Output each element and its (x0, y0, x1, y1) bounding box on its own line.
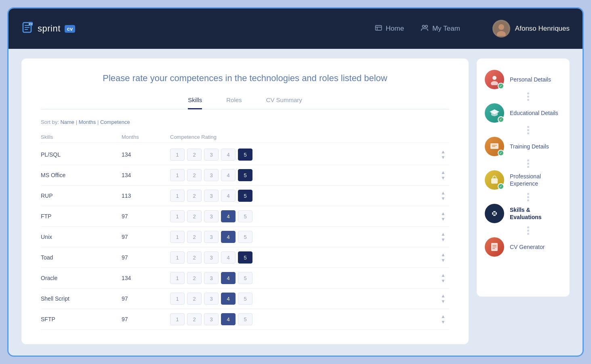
rating-btn-1[interactable]: 1 (170, 313, 185, 325)
months-val: 134 (122, 172, 170, 178)
sort-arrows[interactable]: ▲▼ (437, 252, 449, 263)
sort-arrows[interactable]: ▲▼ (437, 169, 449, 181)
rating-btn-2[interactable]: 2 (187, 272, 202, 284)
table-row: Toad 97 1 2 3 4 5 ▲▼ (41, 247, 449, 268)
training-label: Training Details (510, 143, 549, 150)
sort-arrows[interactable]: ▲▼ (437, 149, 449, 160)
rating-btn-3[interactable]: 3 (204, 293, 219, 305)
skill-name: PL/SQL (41, 151, 122, 158)
tabs: Skills Roles CV Summary (41, 96, 449, 109)
rating-btn-4[interactable]: 4 (221, 231, 236, 243)
main-content: Please rate your competences in the tech… (8, 49, 583, 354)
sort-competence[interactable]: Competence (100, 119, 130, 125)
rating-buttons: 1 2 3 4 5 (170, 169, 432, 181)
rating-btn-2[interactable]: 2 (187, 251, 202, 264)
nav-myteam[interactable]: My Team (420, 23, 460, 34)
logo-area: CV sprint cv (21, 21, 374, 37)
rating-btn-2[interactable]: 2 (187, 169, 202, 181)
sidebar-item-personal[interactable]: ✓ Personal Details (485, 70, 562, 89)
rating-btn-1[interactable]: 1 (170, 210, 185, 222)
sidebar-item-skills[interactable]: Skills & Evaluations (485, 204, 562, 223)
logo-text: sprint (38, 23, 61, 34)
rating-btn-5[interactable]: 5 (238, 169, 252, 181)
rating-btn-2[interactable]: 2 (187, 149, 202, 161)
professional-label: Professional Experience (510, 173, 562, 187)
rating-btn-1[interactable]: 1 (170, 251, 185, 264)
rating-btn-5[interactable]: 5 (238, 272, 252, 284)
rating-btn-1[interactable]: 1 (170, 149, 185, 161)
rating-btn-4[interactable]: 4 (221, 149, 236, 161)
rating-btn-1[interactable]: 1 (170, 169, 185, 181)
rating-btn-4[interactable]: 4 (221, 272, 236, 284)
rating-buttons: 1 2 3 4 5 (170, 272, 432, 284)
dots (494, 92, 562, 101)
rating-btn-5[interactable]: 5 (238, 149, 252, 161)
header-months: Months (122, 134, 170, 140)
rating-buttons: 1 2 3 4 5 (170, 251, 432, 264)
sort-arrows[interactable]: ▲▼ (437, 293, 449, 304)
sidebar-item-education[interactable]: ✓ Educational Details (485, 103, 562, 123)
rating-btn-3[interactable]: 3 (204, 313, 219, 325)
rating-btn-4[interactable]: 4 (221, 293, 236, 305)
rating-btn-3[interactable]: 3 (204, 231, 219, 243)
sort-arrows[interactable]: ▲▼ (437, 190, 449, 201)
sidebar-item-training[interactable]: ✓ Training Details (485, 137, 562, 156)
rating-btn-2[interactable]: 2 (187, 210, 202, 222)
svg-point-10 (425, 25, 428, 27)
sort-arrows[interactable]: ▲▼ (437, 231, 449, 243)
rating-btn-4[interactable]: 4 (221, 169, 236, 181)
check-badge: ✓ (498, 83, 504, 89)
dots (494, 126, 562, 134)
rating-btn-3[interactable]: 3 (204, 169, 219, 181)
table-row: FTP 97 1 2 3 4 5 ▲▼ (41, 206, 449, 227)
svg-rect-20 (491, 178, 498, 184)
rating-btn-3[interactable]: 3 (204, 251, 219, 264)
rating-btn-2[interactable]: 2 (187, 293, 202, 305)
svg-rect-22 (493, 211, 496, 212)
rating-btn-4[interactable]: 4 (221, 190, 236, 202)
svg-rect-6 (375, 25, 381, 30)
rating-btn-4[interactable]: 4 (221, 210, 236, 222)
rating-btn-5[interactable]: 5 (238, 251, 252, 264)
rating-btn-5[interactable]: 5 (238, 293, 252, 305)
rating-btn-3[interactable]: 3 (204, 210, 219, 222)
rating-btn-4[interactable]: 4 (221, 313, 236, 325)
rating-btn-2[interactable]: 2 (187, 190, 202, 202)
rating-btn-3[interactable]: 3 (204, 272, 219, 284)
rating-btn-1[interactable]: 1 (170, 293, 185, 305)
tab-skills[interactable]: Skills (188, 96, 202, 109)
rating-btn-3[interactable]: 3 (204, 190, 219, 202)
rating-btn-3[interactable]: 3 (204, 149, 219, 161)
sidebar-item-professional[interactable]: ✓ Professional Experience (485, 170, 562, 190)
rating-btn-1[interactable]: 1 (170, 190, 185, 202)
nav-home[interactable]: Home (374, 24, 404, 34)
skills-table: Skills Months Competence Rating PL/SQL 1… (41, 132, 449, 330)
header: CV sprint cv Home (8, 8, 583, 49)
skills-icon (485, 204, 504, 223)
rating-btn-5[interactable]: 5 (238, 190, 252, 202)
rating-btn-2[interactable]: 2 (187, 313, 202, 325)
education-label: Educational Details (510, 109, 558, 117)
rating-btn-5[interactable]: 5 (238, 231, 252, 243)
rating-btn-2[interactable]: 2 (187, 231, 202, 243)
rating-btn-5[interactable]: 5 (238, 313, 252, 325)
rating-btn-4[interactable]: 4 (221, 251, 236, 264)
tab-cv-summary[interactable]: CV Summary (266, 96, 302, 109)
skill-name: RUP (41, 192, 122, 199)
sidebar-item-cv[interactable]: CV Generator (485, 237, 562, 257)
home-label: Home (386, 25, 404, 33)
sort-months[interactable]: Months (79, 119, 96, 125)
sort-arrows[interactable]: ▲▼ (437, 272, 449, 284)
rating-btn-1[interactable]: 1 (170, 231, 185, 243)
sort-arrows[interactable]: ▲▼ (437, 314, 449, 325)
sort-arrows[interactable]: ▲▼ (437, 211, 449, 222)
tab-roles[interactable]: Roles (226, 96, 242, 109)
rating-btn-1[interactable]: 1 (170, 272, 185, 284)
months-val: 134 (122, 151, 170, 158)
rating-btn-5[interactable]: 5 (238, 210, 252, 222)
training-icon: ✓ (485, 137, 504, 156)
sort-name[interactable]: Name (60, 119, 74, 125)
skill-name: Shell Script (41, 295, 122, 302)
months-val: 113 (122, 192, 170, 199)
education-icon: ✓ (485, 103, 504, 123)
